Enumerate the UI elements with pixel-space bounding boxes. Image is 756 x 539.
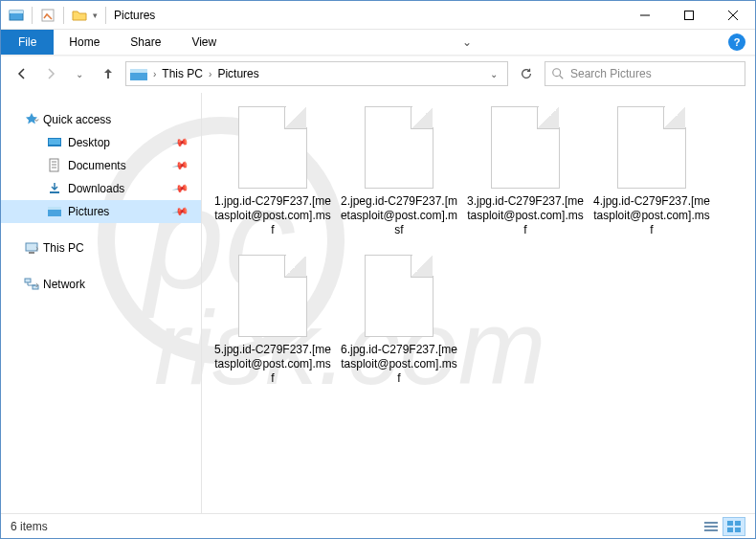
sidebar-item-network[interactable]: › Network bbox=[1, 273, 201, 296]
sidebar-item-this-pc[interactable]: › This PC bbox=[1, 236, 201, 259]
maximize-button[interactable] bbox=[667, 1, 711, 30]
pictures-app-icon bbox=[9, 8, 24, 23]
item-count: 6 items bbox=[11, 520, 48, 533]
view-tab[interactable]: View bbox=[176, 30, 232, 55]
chevron-right-icon[interactable]: › bbox=[35, 243, 38, 254]
svg-rect-24 bbox=[704, 522, 718, 524]
icons-view-button[interactable] bbox=[723, 517, 745, 536]
file-item[interactable]: 6.jpg.id-C279F237.[metasploit@post.com].… bbox=[338, 255, 460, 386]
file-thumb-icon bbox=[238, 255, 307, 337]
documents-icon bbox=[47, 158, 62, 173]
file-name: 1.jpg.id-C279F237.[metasploit@post.com].… bbox=[211, 194, 334, 237]
sidebar-item-quick-access[interactable]: › Quick access bbox=[1, 108, 201, 131]
file-name: 5.jpg.id-C279F237.[metasploit@post.com].… bbox=[211, 343, 334, 386]
svg-point-9 bbox=[553, 69, 561, 77]
qat-icons: ▾ bbox=[1, 7, 108, 24]
svg-rect-26 bbox=[704, 529, 718, 531]
file-list[interactable]: 1.jpg.id-C279F237.[metasploit@post.com].… bbox=[202, 93, 755, 513]
recent-locations-icon[interactable]: ⌄ bbox=[68, 62, 91, 85]
svg-rect-4 bbox=[685, 11, 694, 19]
location-pictures-icon bbox=[130, 67, 147, 80]
file-thumb-icon bbox=[238, 106, 307, 189]
help-icon[interactable]: ? bbox=[728, 34, 745, 51]
minimize-button[interactable] bbox=[623, 1, 667, 30]
file-item[interactable]: 4.jpg.id-C279F237.[metasploit@post.com].… bbox=[590, 106, 713, 237]
ribbon-tabs: File Home Share View ⌄ ? bbox=[1, 30, 755, 55]
file-item[interactable]: 1.jpg.id-C279F237.[metasploit@post.com].… bbox=[211, 106, 334, 237]
svg-rect-17 bbox=[50, 191, 59, 193]
chevron-right-icon[interactable]: › bbox=[151, 69, 158, 79]
svg-rect-8 bbox=[130, 69, 147, 73]
pin-icon: 📌 bbox=[172, 157, 190, 175]
file-name: 6.jpg.id-C279F237.[metasploit@post.com].… bbox=[338, 343, 460, 386]
properties-icon[interactable] bbox=[40, 8, 56, 23]
svg-rect-22 bbox=[25, 279, 31, 282]
breadcrumb-root[interactable]: This PC bbox=[162, 67, 203, 80]
file-thumb-icon bbox=[365, 106, 434, 189]
sidebar-item-downloads[interactable]: Downloads 📌 bbox=[1, 177, 201, 200]
close-button[interactable] bbox=[711, 1, 755, 30]
sidebar-item-pictures[interactable]: Pictures 📌 bbox=[1, 200, 201, 223]
breadcrumb-current[interactable]: Pictures bbox=[217, 67, 258, 80]
search-input[interactable]: Search Pictures bbox=[545, 61, 745, 86]
pictures-icon bbox=[47, 204, 62, 219]
pin-icon: 📌 bbox=[172, 180, 190, 198]
file-thumb-icon bbox=[617, 106, 686, 189]
svg-rect-30 bbox=[735, 528, 741, 532]
nav-pane: › Quick access Desktop 📌 Documents 📌 Dow… bbox=[1, 93, 202, 513]
file-item[interactable]: 5.jpg.id-C279F237.[metasploit@post.com].… bbox=[211, 255, 334, 386]
svg-rect-28 bbox=[735, 521, 741, 526]
nav-bar: ⌄ › This PC › Pictures ⌄ Search Pictures bbox=[1, 56, 755, 91]
sidebar-item-documents[interactable]: Documents 📌 bbox=[1, 154, 201, 177]
file-thumb-icon bbox=[491, 106, 560, 189]
back-button[interactable] bbox=[11, 62, 33, 85]
pin-icon: 📌 bbox=[172, 203, 190, 221]
svg-rect-25 bbox=[704, 526, 718, 528]
forward-button[interactable] bbox=[39, 62, 62, 85]
chevron-down-icon[interactable]: › bbox=[32, 118, 42, 121]
downloads-icon bbox=[47, 181, 62, 196]
svg-rect-19 bbox=[48, 207, 61, 210]
chevron-right-icon[interactable]: › bbox=[207, 69, 213, 79]
home-tab[interactable]: Home bbox=[54, 30, 115, 55]
details-view-button[interactable] bbox=[700, 517, 723, 536]
address-bar[interactable]: › This PC › Pictures ⌄ bbox=[125, 61, 508, 86]
search-icon bbox=[551, 67, 565, 80]
desktop-icon bbox=[47, 135, 62, 150]
file-item[interactable]: 3.jpg.id-C279F237.[metasploit@post.com].… bbox=[464, 106, 587, 237]
pin-icon: 📌 bbox=[172, 134, 190, 152]
file-name: 4.jpg.id-C279F237.[metasploit@post.com].… bbox=[590, 194, 713, 237]
title-bar: ▾ Pictures bbox=[1, 1, 755, 30]
svg-line-10 bbox=[560, 76, 564, 79]
file-name: 2.jpeg.id-C279F237.[metasploit@post.com]… bbox=[338, 194, 460, 237]
file-item[interactable]: 2.jpeg.id-C279F237.[metasploit@post.com]… bbox=[338, 106, 460, 237]
svg-rect-29 bbox=[727, 528, 733, 532]
chevron-right-icon[interactable]: › bbox=[35, 280, 38, 290]
svg-rect-21 bbox=[29, 252, 34, 254]
qat-dropdown-icon[interactable]: ▾ bbox=[93, 11, 98, 20]
file-thumb-icon bbox=[365, 255, 434, 337]
status-bar: 6 items bbox=[1, 513, 755, 538]
window-controls bbox=[623, 1, 755, 30]
window-title: Pictures bbox=[114, 9, 155, 22]
folder-icon[interactable] bbox=[72, 8, 87, 23]
address-dropdown-icon[interactable]: ⌄ bbox=[484, 69, 503, 79]
file-tab[interactable]: File bbox=[1, 30, 54, 55]
svg-rect-12 bbox=[49, 139, 60, 145]
svg-rect-27 bbox=[727, 521, 733, 526]
share-tab[interactable]: Share bbox=[115, 30, 176, 55]
ribbon-expand-icon[interactable]: ⌄ bbox=[462, 35, 472, 49]
refresh-button[interactable] bbox=[514, 61, 539, 86]
file-name: 3.jpg.id-C279F237.[metasploit@post.com].… bbox=[464, 194, 587, 237]
sidebar-item-desktop[interactable]: Desktop 📌 bbox=[1, 131, 201, 154]
up-button[interactable] bbox=[97, 62, 120, 85]
svg-rect-1 bbox=[10, 11, 23, 13]
search-placeholder: Search Pictures bbox=[570, 67, 652, 80]
